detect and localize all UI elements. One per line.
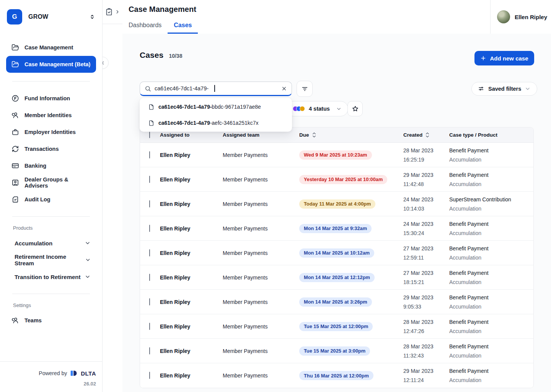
assigned-to-cell: Ellen Ripley — [160, 323, 223, 330]
table-row[interactable]: Ellen Ripley Member Payments Mon 14 Mar … — [140, 290, 533, 314]
product-label: Transition to Retirement — [15, 274, 81, 280]
case-type-cell: Benefit Payment Accumulation — [449, 146, 533, 164]
sidebar-product-item[interactable]: Transition to Retirement — [6, 268, 96, 285]
product-label: Retirement Income Stream — [15, 253, 85, 266]
created-date: 27 Mar 2023 — [403, 268, 449, 278]
sidebar-item-member-identities[interactable]: Member Identities — [6, 107, 96, 124]
due-badge: Wed 9 Mar 2025 at 10:23am — [299, 150, 372, 160]
org-select-chevrons-icon[interactable] — [89, 14, 95, 20]
row-checkbox[interactable] — [149, 372, 150, 379]
chevron-down-icon — [85, 257, 91, 263]
panel-toggle[interactable] — [103, 0, 122, 24]
folder-icon — [11, 60, 19, 68]
case-type-cell: Benefit Payment Accumulation — [449, 293, 533, 311]
table-row[interactable]: Ellen Ripley Member Payments Mon 14 Mar … — [140, 216, 533, 241]
case-type-cell: Benefit Payment Accumulation — [449, 170, 533, 189]
table-row[interactable]: Ellen Ripley Member Payments Tue 15 Mar … — [140, 339, 533, 363]
saved-filters-button[interactable]: Saved filters — [471, 82, 537, 96]
clipboard-check-icon — [105, 8, 113, 16]
sidebar-item-teams[interactable]: Teams — [6, 312, 96, 329]
case-type-cell: Benefit Payment Accumulation — [449, 317, 533, 336]
case-product: Accumulation — [449, 327, 533, 336]
case-type: Benefit Payment — [449, 366, 533, 376]
sidebar-item-fund-information[interactable]: Fund Information — [6, 90, 96, 107]
created-time: 10:14:03 — [403, 204, 449, 213]
table-row[interactable]: Ellen Ripley Member Payments Mon 14 Mar … — [140, 241, 533, 265]
col-assigned-team: Assigned team — [223, 132, 299, 138]
org-switcher[interactable]: G GROW — [0, 0, 102, 24]
refresh-icon — [11, 145, 19, 153]
sidebar-item-label: Case Management (Beta) — [24, 61, 90, 67]
sidebar-item-case-management-beta[interactable]: Case Management (Beta) — [6, 56, 96, 73]
row-checkbox[interactable] — [149, 176, 150, 183]
filter-button[interactable] — [297, 81, 313, 97]
tab-dashboards[interactable]: Dashboards — [129, 22, 161, 34]
sidebar-item-employer-identities[interactable]: Employer Identities — [6, 124, 96, 140]
case-product: Accumulation — [449, 155, 533, 164]
assigned-team-cell: Member Payments — [223, 176, 299, 183]
assigned-to-cell: Ellen Ripley — [160, 250, 223, 256]
search-input[interactable]: ca61ec46-7dc1-4a79- — [140, 82, 292, 96]
table-row[interactable]: Ellen Ripley Member Payments Thu 16 Mar … — [140, 363, 533, 388]
created-cell: 28 Mar 2023 16:25:19 — [403, 146, 449, 164]
sort-created-icon[interactable] — [425, 132, 429, 138]
row-checkbox[interactable] — [149, 347, 150, 354]
row-checkbox[interactable] — [149, 274, 150, 281]
tab-cases[interactable]: Cases — [168, 22, 198, 34]
case-product: Accumulation — [449, 229, 533, 238]
clear-search-icon[interactable] — [281, 86, 287, 91]
assigned-team-cell: Member Payments — [223, 225, 299, 232]
col-due: Due — [299, 132, 309, 138]
created-time: 15:30:24 — [403, 229, 449, 238]
assigned-team-cell: Member Payments — [223, 152, 299, 158]
user-menu[interactable]: Ellen Ripley — [490, 0, 551, 34]
select-all-checkbox[interactable] — [149, 132, 150, 138]
main-content: Cases 10/38 Add new case ca61ec46-7dc1-4… — [122, 34, 551, 392]
favorite-filter-button[interactable] — [347, 101, 363, 116]
table-row[interactable]: Ellen Ripley Member Payments Yesterday 1… — [140, 167, 533, 192]
search-value: ca61ec46-7dc1-4a79- — [155, 85, 209, 91]
row-checkbox[interactable] — [149, 200, 150, 207]
created-date: 24 Mar 2023 — [403, 195, 449, 204]
row-checkbox[interactable] — [149, 225, 150, 232]
created-time: 18:15:21 — [403, 278, 449, 287]
briefcase-icon — [11, 128, 19, 136]
row-checkbox[interactable] — [149, 151, 150, 158]
case-type: Benefit Payment — [449, 342, 533, 351]
credit-card-icon — [11, 162, 19, 170]
cases-table: Assigned to Assigned team Due Created — [140, 127, 534, 388]
assigned-to-cell: Ellen Ripley — [160, 176, 223, 183]
sidebar-item-case-management[interactable]: Case Management — [6, 39, 96, 56]
status-filter-chip[interactable]: 4 status — [286, 101, 348, 116]
created-cell: 27 Mar 2023 12:59:11 — [403, 244, 449, 262]
sidebar-product-item[interactable]: Retirement Income Stream — [6, 252, 96, 268]
search-suggestion-item[interactable]: ca61ec46-7dc1-4a79-aefc-3461a251kc7x — [140, 115, 292, 131]
created-cell: 24 Mar 2023 10:14:03 — [403, 195, 449, 213]
sidebar-item-banking[interactable]: Banking — [6, 157, 96, 174]
status-chip-label: 4 status — [309, 106, 330, 112]
sidebar: G GROW Case Management Case Management (… — [0, 0, 103, 392]
case-type-cell: Benefit Payment Accumulation — [449, 219, 533, 238]
add-new-case-button[interactable]: Add new case — [474, 51, 534, 65]
sidebar-item-audit-log[interactable]: Audit Log — [6, 191, 96, 208]
search-suggestion-item[interactable]: ca61ec46-7dc1-4a79-bbdc-9671a197ae8e — [140, 99, 292, 115]
avatar[interactable] — [497, 10, 510, 23]
created-time: 12:59:11 — [403, 253, 449, 262]
sidebar-product-item[interactable]: Accumulation — [6, 235, 96, 252]
created-date: 29 Mar 2023 — [403, 366, 449, 376]
table-row[interactable]: Ellen Ripley Member Payments Today 11 Ma… — [140, 192, 533, 216]
row-checkbox[interactable] — [149, 323, 150, 330]
created-date: 28 Mar 2023 — [403, 342, 449, 351]
row-checkbox[interactable] — [149, 298, 150, 305]
sort-due-icon[interactable] — [312, 132, 316, 138]
row-checkbox[interactable] — [149, 249, 150, 256]
assigned-team-cell: Member Payments — [223, 372, 299, 379]
sidebar-item-transactions[interactable]: Transactions — [6, 140, 96, 157]
created-date: 28 Mar 2023 — [403, 317, 449, 327]
table-row[interactable]: Ellen Ripley Member Payments Wed 9 Mar 2… — [140, 143, 533, 167]
case-product: Accumulation — [449, 278, 533, 287]
person-card-icon — [11, 179, 19, 186]
sidebar-item-dealer-groups-advisers[interactable]: Dealer Groups & Advisers — [6, 174, 96, 191]
table-row[interactable]: Ellen Ripley Member Payments Tue 15 Mar … — [140, 314, 533, 339]
table-row[interactable]: Ellen Ripley Member Payments Mon 14 Mar … — [140, 265, 533, 290]
